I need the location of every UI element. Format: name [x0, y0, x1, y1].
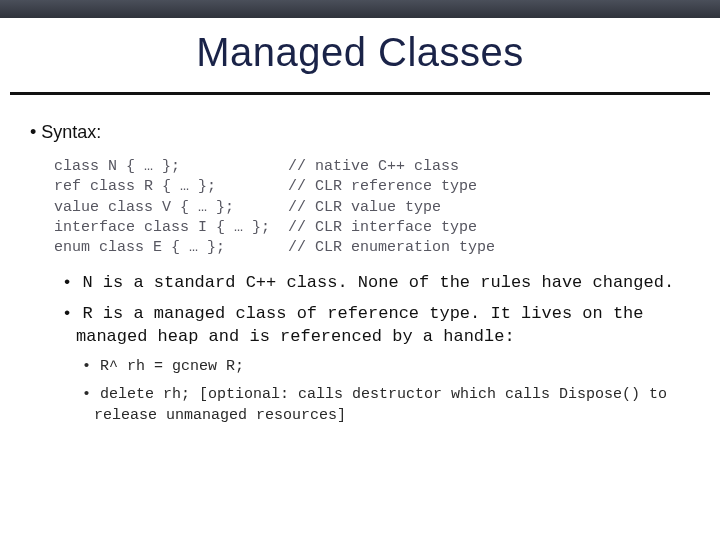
bullet-n-class: N is a standard C++ class. None of the r… [62, 272, 700, 295]
bullet-delete: delete rh; [optional: calls destructor w… [82, 385, 700, 426]
slide-body: Syntax: class N { … }; // native C++ cla… [30, 110, 700, 434]
bullet-gcnew: R^ rh = gcnew R; [82, 357, 700, 377]
slide-title: Managed Classes [0, 30, 720, 75]
syntax-code-block: class N { … }; // native C++ class ref c… [54, 157, 700, 258]
bullet-syntax-label: Syntax: [30, 122, 700, 143]
slide-topbar [0, 0, 720, 18]
bullet-r-class: R is a managed class of reference type. … [62, 303, 700, 349]
slide: Managed Classes Syntax: class N { … }; /… [0, 0, 720, 540]
title-underline [10, 92, 710, 95]
